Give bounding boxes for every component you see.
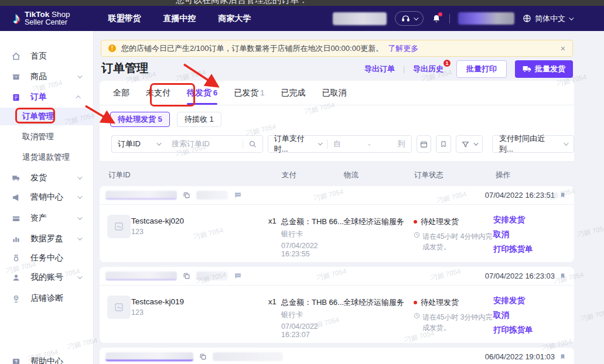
sidebar-item-shipping[interactable]: 发货 [0, 169, 94, 187]
order-card-header: 07/04/2022 16:23:51 [100, 186, 574, 205]
logistics-service: 全球经济运输服务 [343, 297, 404, 308]
sidebar-item-shop-diagnosis[interactable]: 店铺诊断 [0, 290, 94, 307]
chevron-down-icon [77, 215, 82, 219]
flag-icon[interactable] [559, 191, 566, 199]
chat-icon[interactable] [234, 191, 242, 199]
header-actions: 导出订单 | 导出历史 1 批量打印 批量发货 [364, 60, 573, 78]
nav-live-center[interactable]: 直播中控 [163, 13, 196, 24]
main-content: ! 您的店铺今日已产生2/100订单，订单数量将于店铺所在地次日00:00:00… [94, 31, 604, 364]
batch-print-button[interactable]: 批量打印 [456, 60, 507, 78]
sidebar-item-marketing[interactable]: 营销中心 [0, 188, 94, 206]
batch-ship-button[interactable]: 批量发货 [515, 60, 573, 78]
cancel-order-link[interactable]: 取消 [493, 229, 533, 240]
sidebar-item-return-refund[interactable]: 退货退款管理 [0, 149, 94, 166]
sidebar-sub-label: 订单管理 [22, 111, 54, 122]
notifications-button[interactable] [432, 14, 441, 23]
medal-icon [12, 254, 21, 263]
sidebar-item-help-center[interactable]: 帮助中心 [0, 353, 94, 364]
col-payment: 支付 [282, 170, 296, 180]
sidebar-sub-label: 退货退款管理 [22, 152, 70, 163]
search-type-value: 订单ID [118, 139, 141, 149]
tab-shipped[interactable]: 已发货1 [234, 88, 264, 105]
status-dot [414, 301, 417, 304]
sidebar-label: 首页 [30, 51, 94, 61]
sidebar-item-cancel-management[interactable]: 取消管理 [0, 128, 94, 146]
sidebar-item-products[interactable]: 商品 [0, 68, 94, 85]
time-type-dropdown[interactable]: 订单支付时... [268, 133, 327, 154]
quota-banner: ! 您的店铺今日已产生2/100订单，订单数量将于店铺所在地次日00:00:00… [101, 40, 573, 57]
tiktok-note-icon: ♪ [13, 11, 21, 26]
sort-value: 支付时间由近到... [499, 133, 558, 154]
sidebar-item-assets[interactable]: 资产 [0, 210, 94, 227]
copy-icon[interactable] [183, 272, 190, 280]
redacted-order-id [105, 191, 177, 200]
truck-icon [523, 66, 531, 73]
search-type-dropdown[interactable]: 订单ID [112, 139, 166, 149]
pill-pending-shipment[interactable]: 待处理发货 5 [110, 112, 170, 127]
order-doc-icon [12, 93, 21, 102]
clipped-text: 您可以在商家后台管理您的订单： [176, 0, 308, 6]
tab-to-ship[interactable]: 待发货6 [187, 88, 217, 105]
arrange-shipment-link[interactable]: 安排发货 [493, 296, 533, 306]
funnel-icon [462, 140, 469, 148]
arrange-shipment-link[interactable]: 安排发货 [493, 215, 533, 225]
product-image-placeholder [107, 215, 131, 238]
save-filter-button[interactable] [436, 135, 451, 153]
date-range-inputs[interactable]: 自 - 到 [327, 139, 411, 149]
date-to-placeholder: 到 [398, 139, 405, 149]
payment-time: 07/04/2022 16:23:07 [281, 322, 346, 339]
col-order-id: 订单ID [108, 170, 131, 180]
export-orders-link[interactable]: 导出订单 [364, 64, 395, 74]
learn-more-link[interactable]: 了解更多 [388, 43, 418, 54]
sidebar-item-order-management[interactable]: 订单管理 [0, 108, 94, 125]
print-picklist-link[interactable]: 打印拣货单 [493, 325, 533, 335]
logistics-service: 全球经济运输服务 [343, 217, 404, 227]
export-history-link[interactable]: 导出历史 1 [413, 64, 443, 74]
search-button[interactable] [243, 140, 262, 148]
nav-affiliate[interactable]: 联盟带货 [108, 13, 141, 24]
advanced-filter-button[interactable] [456, 135, 483, 153]
export-history-badge: 1 [443, 60, 451, 67]
sidebar-item-task-center[interactable]: 任务中心 [0, 249, 94, 267]
order-time: 07/04/2022 16:23:03 [485, 272, 555, 280]
tab-completed[interactable]: 已完成 [281, 88, 305, 105]
flag-icon[interactable] [559, 353, 566, 360]
product-qty: x1 [268, 217, 277, 225]
sort-dropdown[interactable]: 支付时间由近到... [492, 135, 574, 153]
sidebar-label: 商品 [30, 71, 77, 82]
sidebar-item-my-account[interactable]: 我的账号 [0, 269, 94, 286]
orders-filter-panel: 全部 未支付 待发货6 已发货1 已完成 已取消 待处理发货 5 待揽收 1 订… [100, 81, 574, 161]
copy-icon[interactable] [183, 191, 190, 199]
image-icon [114, 303, 124, 312]
product-name[interactable]: Testcase-kj019 [131, 297, 184, 306]
cancel-order-link[interactable]: 取消 [493, 310, 533, 321]
product-name[interactable]: Testcase-kj020 [131, 217, 184, 225]
col-logistics: 物流 [344, 170, 359, 180]
tab-cancelled[interactable]: 已取消 [322, 88, 346, 105]
chat-icon[interactable] [234, 272, 242, 280]
sidebar-sub-label: 取消管理 [22, 132, 54, 142]
calendar-button[interactable] [417, 135, 432, 153]
redacted-order-id [105, 352, 193, 361]
status-dot [414, 220, 417, 224]
language-selector[interactable]: 简体中文 [523, 13, 572, 24]
print-picklist-link[interactable]: 打印拣货单 [493, 244, 533, 255]
copy-icon[interactable] [199, 353, 207, 360]
banner-text: 您的店铺今日已产生2/100订单，订单数量将于店铺所在地次日00:00:00更新… [121, 43, 383, 54]
sidebar-item-home[interactable]: 首页 [0, 47, 94, 65]
order-card: 06/04/2022 19:01:03 [100, 348, 574, 364]
tab-all[interactable]: 全部 [113, 88, 129, 105]
search-input[interactable]: 搜索订单ID [166, 139, 243, 149]
tab-unpaid[interactable]: 未支付 [146, 88, 170, 105]
payment-time: 07/04/2022 16:23:55 [281, 242, 346, 258]
banner-close-icon[interactable]: × [561, 44, 565, 53]
tiktok-shop-logo[interactable]: ♪ TikTok Shop Seller Center [13, 11, 70, 26]
pill-awaiting-collection[interactable]: 待揽收 1 [177, 112, 221, 127]
nav-seller-university[interactable]: 商家大学 [219, 13, 251, 24]
sidebar-item-orders[interactable]: 订单 [0, 88, 94, 106]
brand-subtitle: Seller Center [25, 19, 70, 26]
flag-icon[interactable] [559, 272, 566, 280]
sidebar-item-data-compass[interactable]: 数据罗盘 [0, 230, 94, 248]
support-dropdown[interactable] [395, 11, 424, 26]
order-card-header: 07/04/2022 16:23:03 [100, 267, 574, 286]
